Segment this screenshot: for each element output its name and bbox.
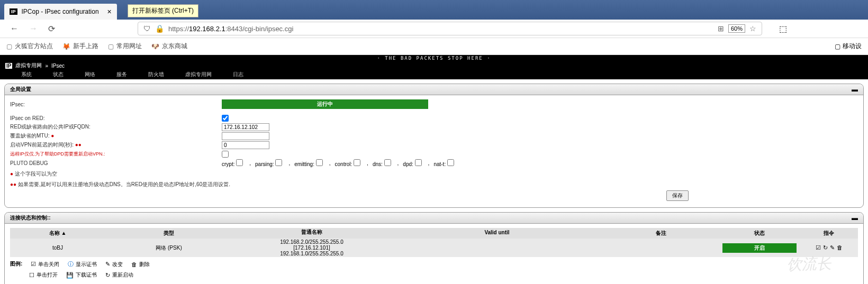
pluto-label: PLUTO DEBUG — [10, 160, 222, 166]
folder-icon: ▢ — [108, 43, 114, 50]
legend-item: ↻重新启动 — [105, 271, 133, 279]
conn-cn: 192.168.2.0/255.255.255.0 [172.16.12.101… — [232, 239, 391, 257]
delete-icon[interactable]: 🗑 — [837, 244, 843, 251]
breadcrumb-page: IPsec — [51, 63, 65, 69]
url-bar: ← → ⟳ 🛡 🔒 https://192.168.2.1:8443/cgi-b… — [0, 20, 868, 38]
col-valid: Valid until — [391, 228, 603, 239]
shield-icon[interactable]: 🛡 — [143, 24, 151, 33]
firefox-icon: 🦊 — [62, 43, 70, 50]
mobile-icon: ▢ — [835, 43, 840, 50]
folder-icon: ▢ — [6, 43, 12, 50]
ipcop-main-menu: 系统 状态 网络 服务 防火墙 虚拟专用网 日志 — [0, 70, 868, 79]
menu-system[interactable]: 系统 — [21, 71, 32, 78]
ipcop-logo: IP — [5, 63, 12, 69]
close-tab-icon[interactable]: × — [107, 7, 112, 16]
legend-item: ☐单击打开 — [29, 271, 58, 279]
pluto-parsing[interactable] — [275, 159, 282, 166]
edit-icon[interactable]: ✎ — [830, 244, 835, 251]
legend-item: 🗑删除 — [131, 260, 150, 268]
table-row: toBJ 网络 (PSK) 192.168.2.0/255.255.255.0 … — [10, 239, 858, 257]
menu-status[interactable]: 状态 — [53, 71, 64, 78]
minimize-icon[interactable]: ▬ — [852, 86, 858, 93]
save-button[interactable]: 保存 — [666, 190, 689, 201]
col-cmd: 指令 — [800, 228, 858, 239]
menu-vpn[interactable]: 虚拟专用网 — [185, 71, 212, 78]
mtu-input[interactable] — [222, 132, 269, 140]
pluto-dns[interactable] — [384, 159, 391, 166]
pluto-natt[interactable] — [447, 159, 454, 166]
ipsec-label: IPsec: — [10, 102, 222, 107]
bookmark-item[interactable]: ▢常用网址 — [108, 42, 142, 51]
screenshot-icon[interactable]: ⬚ — [779, 24, 787, 34]
vpn-delay-input[interactable] — [222, 141, 269, 149]
lock-icon[interactable]: 🔒 — [155, 24, 164, 33]
menu-services[interactable]: 服务 — [116, 71, 127, 78]
ipcop-header: IP 虚拟专用网 » IPsec — [0, 61, 868, 70]
toggle-icon[interactable]: ☑ — [816, 244, 821, 251]
ipsec-status: 运行中 — [222, 99, 428, 109]
global-settings-panel: 全局设置 ▬ IPsec: 运行中 IPsec on RED: RED或缺省路由… — [4, 84, 864, 208]
zoom-level[interactable]: 60% — [728, 24, 745, 33]
bookmark-item[interactable]: 🐶京东商城 — [151, 42, 187, 51]
red-ip-label: RED或缺省路由的公共IP或FQDN: — [10, 123, 222, 131]
legend-item: 💾下载证书 — [66, 271, 97, 279]
qr-icon[interactable]: ⊞ — [718, 24, 724, 33]
conn-remark — [603, 246, 719, 250]
pluto-control[interactable] — [354, 159, 360, 166]
browser-tab-strip: IP IPCop - IPsec configuration × 打开新标签页 … — [0, 0, 868, 20]
col-status: 状态 — [719, 228, 800, 239]
legend: 图例: ☑单击关闭 ⓘ显示证书 ✎改变 🗑删除 — [10, 260, 858, 268]
url-input[interactable]: 🛡 🔒 https://192.168.2.1:8443/cgi-bin/ips… — [138, 22, 762, 35]
conn-name: toBJ — [10, 243, 105, 252]
menu-firewall[interactable]: 防火墙 — [148, 71, 164, 78]
tab-favicon: IP — [10, 8, 17, 15]
url-text: https://192.168.2.1:8443/cgi-bin/ipsec.c… — [168, 25, 713, 33]
ipsec-on-red-checkbox[interactable] — [222, 115, 229, 122]
reload-button[interactable]: ⟳ — [46, 22, 57, 36]
panel-title: 全局设置 — [5, 84, 863, 95]
pluto-emitting[interactable] — [316, 159, 323, 166]
col-name[interactable]: 名称 ▲ — [10, 228, 105, 239]
star-icon[interactable]: ☆ — [749, 24, 756, 33]
legend-item: ✎改变 — [105, 260, 123, 268]
bookmark-item[interactable]: 🦊新手上路 — [62, 42, 98, 51]
active-tab[interactable]: IP IPCop - IPsec configuration × — [4, 4, 117, 20]
restart-icon[interactable]: ↻ — [823, 244, 828, 251]
mtu-label: 覆盖缺省的MTU: ● — [10, 132, 222, 140]
conn-status: 开启 — [719, 242, 800, 254]
col-type: 类型 — [105, 228, 232, 239]
tab-title: IPCop - IPsec configuration — [22, 8, 99, 15]
note-2: ●● 如果需要,延时可以用来注册地升级动态DNS。当RED使用的是动态IP地址时… — [10, 181, 858, 188]
red-ip-input[interactable] — [222, 123, 269, 131]
panel-title: 连接状态和控制:: — [5, 213, 863, 224]
pluto-crypt[interactable] — [236, 159, 243, 166]
save-icon: 💾 — [66, 272, 74, 279]
conn-commands: ☑ ↻ ✎ 🗑 — [800, 243, 858, 253]
breadcrumb-sep: » — [45, 63, 48, 69]
restart-icon: ↻ — [105, 272, 110, 279]
minimize-icon[interactable]: ▬ — [852, 214, 858, 222]
table-header-row: 名称 ▲ 类型 普通名称 Valid until 备注 状态 指令 — [10, 228, 858, 239]
trash-icon: 🗑 — [131, 261, 137, 268]
vpn-delay-label: 启动VPN前延迟的时间(秒): ●● — [10, 141, 222, 149]
breadcrumb-section[interactable]: 虚拟专用网 — [15, 62, 42, 69]
remote-ip-checkbox[interactable] — [222, 151, 229, 158]
forward-button[interactable]: → — [27, 22, 40, 35]
note-1: ● 这个字段可以为空 — [10, 170, 858, 178]
info-icon: ⓘ — [68, 260, 74, 268]
pluto-options: crypt: , parsing: , emitting: , control:… — [222, 159, 456, 167]
back-button[interactable]: ← — [8, 22, 21, 35]
menu-network[interactable]: 网络 — [85, 71, 95, 78]
legend-item: ⓘ显示证书 — [68, 260, 97, 268]
bookmark-item[interactable]: ▢火狐官方站点 — [6, 42, 53, 51]
breadcrumb: 虚拟专用网 » IPsec — [15, 62, 65, 69]
connection-table: 名称 ▲ 类型 普通名称 Valid until 备注 状态 指令 toBJ 网… — [10, 228, 858, 257]
menu-logs[interactable]: 日志 — [233, 71, 243, 78]
mobile-toggle[interactable]: ▢移动设 — [835, 42, 862, 51]
legend-item: ☑单击关闭 — [31, 260, 59, 268]
legend-label: 图例: — [10, 260, 22, 268]
pencil-icon: ✎ — [105, 261, 110, 268]
conn-type: 网络 (PSK) — [105, 243, 232, 253]
col-cn: 普通名称 — [232, 228, 391, 239]
pluto-dpd[interactable] — [415, 159, 422, 166]
